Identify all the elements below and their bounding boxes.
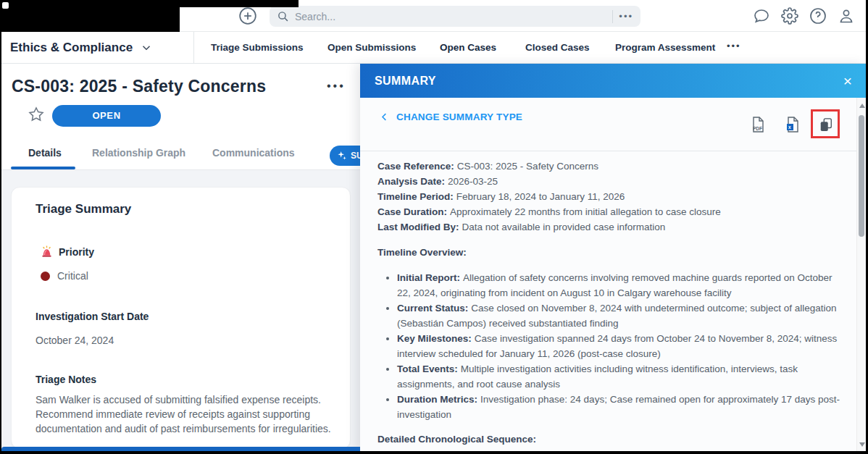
nav-tab-open-cases[interactable]: Open Cases [440, 32, 496, 64]
summary-field: Analysis Date:2026-03-25 [377, 174, 843, 189]
case-more-options-icon[interactable]: ••• [327, 80, 346, 93]
summary-panel: SUMMARY × CHANGE SUMMARY TYPE PDF x [360, 64, 867, 454]
critical-dot-icon [41, 272, 50, 281]
nav-tab-open-submissions[interactable]: Open Submissions [327, 32, 416, 64]
sparkle-icon [337, 151, 347, 161]
nav-divider [193, 32, 194, 64]
search-overflow-icon[interactable]: ••• [619, 6, 633, 27]
timeline-bullet: Key Milestones:Case investigation spanne… [397, 331, 843, 361]
summary-field: Case Duration:Approximately 22 months fr… [377, 204, 843, 219]
card-heading: Triage Summary [36, 202, 131, 217]
chevron-left-icon [379, 112, 390, 122]
corner-notch [2, 2, 9, 9]
page-title: CS-003: 2025 - Safety Concerns [12, 77, 266, 96]
nav-bar: Ethics & Compliance Triage Submissions O… [0, 32, 868, 64]
svg-text:x: x [788, 125, 791, 130]
add-icon[interactable] [238, 7, 257, 25]
app-name: Ethics & Compliance [10, 41, 133, 55]
close-icon[interactable]: × [843, 73, 852, 88]
scrollbar-thumb[interactable] [859, 115, 864, 237]
top-left-black-block [0, 0, 180, 32]
tab-communications[interactable]: Communications [212, 147, 295, 159]
nav-overflow-icon[interactable]: ••• [727, 32, 741, 64]
doc-export-icon[interactable]: x [785, 116, 801, 133]
summary-content: Case Reference:CS-003: 2025 - Safety Con… [377, 159, 843, 447]
nav-tab-closed-cases[interactable]: Closed Cases [525, 32, 590, 64]
status-badge: OPEN [52, 105, 161, 127]
priority-label: Priority [59, 246, 94, 258]
app-switcher[interactable]: Ethics & Compliance [10, 32, 153, 64]
timeline-overview-heading: Timeline Overview: [377, 245, 843, 260]
summary-field: Timeline Period:February 18, 2024 to Jan… [377, 189, 843, 204]
copy-icon[interactable] [819, 117, 835, 134]
app-window: ••• Ethics & Compliance Triage Submissio… [0, 0, 868, 454]
triage-notes-text: Sam Walker is accused of submitting fals… [36, 392, 331, 436]
bottom-frame-border [0, 451, 868, 454]
scroll-up-icon[interactable] [859, 104, 865, 108]
triage-summary-card: Triage Summary Priority Critical Investi… [11, 187, 351, 449]
timeline-bullet-list: Initial Report:Allegation of safety conc… [377, 270, 843, 422]
search-input[interactable] [295, 11, 606, 22]
siren-icon [41, 245, 53, 258]
search-separator [612, 10, 613, 23]
summary-field: Last Modified By:Data not available in p… [377, 219, 843, 235]
tab-relationship-graph[interactable]: Relationship Graph [92, 147, 185, 159]
investigation-start-date-value: October 24, 2024 [36, 335, 114, 346]
tab-details[interactable]: Details [28, 147, 62, 159]
triage-notes-label: Triage Notes [36, 374, 96, 385]
topbar-icon-group [753, 7, 855, 25]
star-icon[interactable] [28, 106, 44, 122]
timeline-bullet: Current Status:Case closed on November 8… [397, 300, 843, 331]
scroll-down-icon[interactable] [859, 442, 865, 447]
chat-icon[interactable] [753, 7, 770, 25]
nav-tab-program-assessment[interactable]: Program Assessment [615, 32, 715, 64]
panel-scrollbar[interactable] [856, 98, 866, 453]
tabs-divider [0, 169, 360, 170]
summary-field: Case Reference:CS-003: 2025 - Safety Con… [377, 159, 843, 174]
timeline-bullet: Initial Report:Allegation of safety conc… [397, 270, 843, 300]
investigation-start-date-label: Investigation Start Date [36, 311, 149, 322]
user-icon[interactable] [838, 7, 855, 25]
settings-gear-icon[interactable] [781, 7, 798, 25]
nav-tab-triage-submissions[interactable]: Triage Submissions [211, 32, 304, 64]
pdf-export-icon[interactable]: PDF [750, 116, 766, 133]
panel-title: SUMMARY [375, 75, 436, 88]
change-summary-type-label: CHANGE SUMMARY TYPE [396, 112, 522, 122]
help-icon[interactable] [809, 7, 827, 25]
change-summary-type-link[interactable]: CHANGE SUMMARY TYPE [379, 112, 522, 122]
detailed-sequence-heading: Detailed Chronological Sequence: [377, 432, 843, 447]
panel-divider [360, 151, 858, 151]
summary-panel-header: SUMMARY × [360, 64, 867, 98]
left-frame-border [0, 0, 1, 454]
search-icon [277, 10, 289, 22]
search-bar: ••• [270, 6, 640, 27]
priority-value: Critical [57, 270, 88, 282]
chevron-down-icon [140, 41, 153, 54]
svg-text:PDF: PDF [753, 126, 762, 131]
timeline-bullet: Total Events:Multiple investigation acti… [397, 361, 843, 392]
timeline-bullet: Duration Metrics:Investigation phase: 24… [397, 392, 843, 422]
